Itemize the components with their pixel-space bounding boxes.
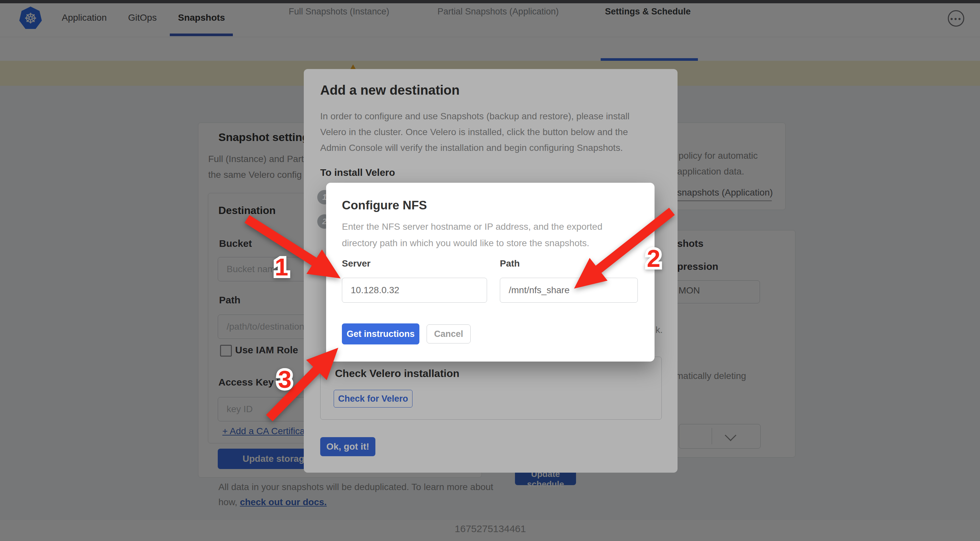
configure-nfs-dialog: Configure NFS Enter the NFS server hostn… bbox=[326, 183, 654, 362]
cancel-button[interactable]: Cancel bbox=[426, 324, 471, 343]
admin-console-screen: ☸ Application GitOps Snapshots ●●● Full … bbox=[0, 0, 980, 541]
dialog-desc-line2: directory path in which you would like t… bbox=[342, 238, 589, 249]
nfs-path-label: Path bbox=[500, 259, 520, 269]
server-label: Server bbox=[342, 259, 371, 269]
nfs-path-input[interactable] bbox=[500, 278, 638, 303]
dialog-desc-line1: Enter the NFS server hostname or IP addr… bbox=[342, 222, 602, 232]
server-input[interactable] bbox=[342, 278, 487, 303]
dialog-title: Configure NFS bbox=[342, 198, 427, 212]
get-instructions-button[interactable]: Get instructions bbox=[342, 323, 419, 345]
